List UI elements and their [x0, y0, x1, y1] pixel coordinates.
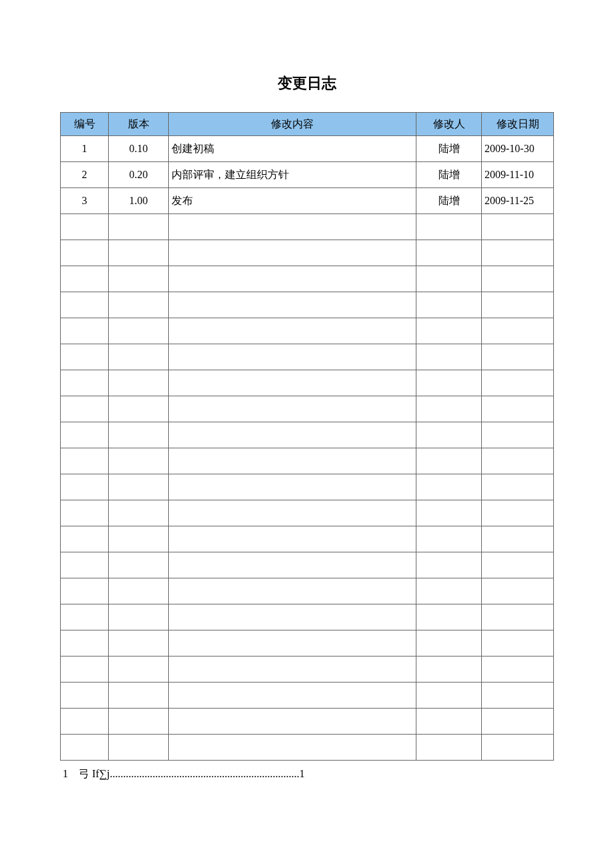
- cell-date: 2009-11-10: [482, 162, 554, 188]
- cell-content: [169, 266, 416, 292]
- cell-date: [482, 735, 554, 761]
- cell-id: [61, 422, 109, 448]
- cell-content: [169, 240, 416, 266]
- cell-id: [61, 370, 109, 396]
- table-row: [61, 526, 554, 552]
- cell-date: [482, 500, 554, 526]
- page-title: 变更日志: [60, 73, 554, 93]
- cell-person: [416, 474, 482, 500]
- cell-version: [109, 318, 169, 344]
- cell-id: [61, 318, 109, 344]
- cell-date: [482, 292, 554, 318]
- cell-version: [109, 683, 169, 709]
- table-row: [61, 500, 554, 526]
- cell-person: [416, 552, 482, 578]
- cell-person: [416, 683, 482, 709]
- cell-person: [416, 630, 482, 657]
- cell-content: [169, 344, 416, 370]
- cell-version: [109, 266, 169, 292]
- cell-id: [61, 735, 109, 761]
- cell-content: [169, 683, 416, 709]
- cell-date: [482, 266, 554, 292]
- cell-person: [416, 578, 482, 604]
- cell-person: 陆增: [416, 136, 482, 162]
- cell-id: [61, 552, 109, 578]
- cell-version: [109, 448, 169, 474]
- cell-id: [61, 630, 109, 657]
- table-row: [61, 318, 554, 344]
- cell-id: [61, 474, 109, 500]
- cell-date: [482, 396, 554, 422]
- cell-content: [169, 578, 416, 604]
- table-row: 31.00发布陆增2009-11-25: [61, 188, 554, 214]
- cell-content: [169, 396, 416, 422]
- cell-content: [169, 657, 416, 683]
- table-row: 20.20内部评审，建立组织方针陆增2009-11-10: [61, 162, 554, 188]
- table-row: [61, 604, 554, 630]
- footer-text: 1 弓 If∑j................................…: [60, 767, 554, 781]
- table-row: [61, 266, 554, 292]
- cell-person: 陆增: [416, 188, 482, 214]
- cell-version: [109, 630, 169, 657]
- table-row: [61, 240, 554, 266]
- cell-version: [109, 552, 169, 578]
- cell-id: [61, 604, 109, 630]
- cell-id: [61, 526, 109, 552]
- cell-content: [169, 422, 416, 448]
- cell-version: [109, 344, 169, 370]
- cell-person: [416, 448, 482, 474]
- cell-content: [169, 630, 416, 657]
- cell-content: [169, 292, 416, 318]
- cell-date: [482, 578, 554, 604]
- document-page: 变更日志 编号 版本 修改内容 修改人 修改日期 10.10创建初稿陆增2009…: [0, 0, 614, 821]
- cell-id: [61, 266, 109, 292]
- cell-content: [169, 552, 416, 578]
- cell-date: [482, 630, 554, 657]
- cell-date: [482, 474, 554, 500]
- table-row: [61, 657, 554, 683]
- cell-id: [61, 709, 109, 735]
- cell-content: 内部评审，建立组织方针: [169, 162, 416, 188]
- cell-date: [482, 422, 554, 448]
- cell-content: [169, 214, 416, 240]
- cell-date: [482, 552, 554, 578]
- cell-content: 创建初稿: [169, 136, 416, 162]
- cell-version: [109, 474, 169, 500]
- cell-version: [109, 370, 169, 396]
- cell-version: [109, 709, 169, 735]
- cell-version: 0.20: [109, 162, 169, 188]
- table-row: [61, 370, 554, 396]
- cell-version: [109, 292, 169, 318]
- cell-version: [109, 240, 169, 266]
- table-row: [61, 292, 554, 318]
- cell-version: [109, 214, 169, 240]
- cell-id: [61, 500, 109, 526]
- cell-date: [482, 709, 554, 735]
- cell-version: 0.10: [109, 136, 169, 162]
- header-person: 修改人: [416, 113, 482, 136]
- header-id: 编号: [61, 113, 109, 136]
- table-row: [61, 214, 554, 240]
- cell-version: [109, 657, 169, 683]
- cell-person: [416, 318, 482, 344]
- cell-date: [482, 657, 554, 683]
- changelog-table: 编号 版本 修改内容 修改人 修改日期 10.10创建初稿陆增2009-10-3…: [60, 112, 554, 761]
- table-row: [61, 474, 554, 500]
- table-row: 10.10创建初稿陆增2009-10-30: [61, 136, 554, 162]
- cell-id: 1: [61, 136, 109, 162]
- cell-person: [416, 292, 482, 318]
- cell-content: [169, 500, 416, 526]
- cell-id: [61, 448, 109, 474]
- table-row: [61, 422, 554, 448]
- cell-id: 3: [61, 188, 109, 214]
- cell-id: [61, 214, 109, 240]
- header-date: 修改日期: [482, 113, 554, 136]
- cell-person: [416, 604, 482, 630]
- table-header-row: 编号 版本 修改内容 修改人 修改日期: [61, 113, 554, 136]
- cell-date: [482, 370, 554, 396]
- cell-content: [169, 474, 416, 500]
- table-row: [61, 578, 554, 604]
- cell-person: [416, 344, 482, 370]
- cell-date: [482, 604, 554, 630]
- cell-version: [109, 735, 169, 761]
